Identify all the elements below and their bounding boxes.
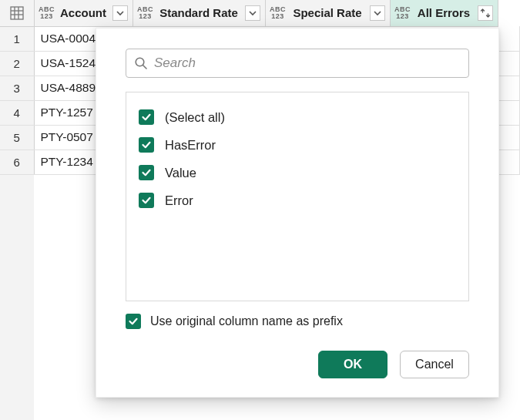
search-input[interactable] [154, 55, 461, 71]
svg-rect-0 [11, 7, 23, 19]
column-header-standard-rate[interactable]: ABC123 Standard Rate [133, 0, 265, 26]
row-index[interactable]: 3 [0, 76, 34, 100]
use-prefix-option[interactable]: Use original column name as prefix [126, 314, 469, 329]
column-options-list: (Select all) HasError Value Error [126, 92, 469, 301]
ok-button[interactable]: OK [318, 351, 387, 378]
expand-icon[interactable] [478, 5, 493, 21]
search-field-wrap[interactable] [126, 49, 469, 78]
row-gutter-blank [0, 174, 34, 420]
option-label: (Select all) [165, 110, 225, 125]
option-select-all[interactable]: (Select all) [139, 103, 456, 131]
row-index[interactable]: 4 [0, 100, 34, 125]
column-name: Account [58, 6, 109, 19]
datatype-any-icon: ABC123 [39, 6, 55, 20]
column-header-special-rate[interactable]: ABC123 Special Rate [265, 0, 390, 26]
option-error[interactable]: Error [139, 186, 456, 214]
option-label: Error [165, 193, 193, 208]
row-index[interactable]: 2 [0, 51, 34, 76]
filter-chevron-icon[interactable] [245, 5, 260, 21]
expand-column-dialog: (Select all) HasError Value Error [96, 28, 499, 398]
row-index[interactable]: 6 [0, 150, 34, 174]
row-index[interactable]: 5 [0, 125, 34, 150]
option-label: Value [165, 166, 196, 180]
option-value[interactable]: Value [139, 159, 456, 186]
checkbox-checked-icon[interactable] [139, 109, 154, 125]
filter-chevron-icon[interactable] [112, 5, 128, 21]
datatype-any-icon: ABC123 [395, 6, 411, 20]
search-icon [134, 56, 148, 70]
checkbox-checked-icon[interactable] [139, 165, 154, 180]
svg-line-6 [143, 66, 147, 69]
table-icon [10, 6, 24, 20]
checkbox-checked-icon[interactable] [126, 314, 141, 329]
column-name: Standard Rate [156, 6, 242, 19]
use-prefix-label: Use original column name as prefix [150, 314, 343, 328]
filter-chevron-icon[interactable] [370, 5, 385, 21]
option-label: HasError [165, 138, 216, 153]
column-header-account[interactable]: ABC123 Account [34, 0, 133, 26]
cancel-button[interactable]: Cancel [400, 351, 469, 378]
checkbox-checked-icon[interactable] [139, 193, 154, 208]
datatype-any-icon: ABC123 [270, 6, 286, 20]
checkbox-checked-icon[interactable] [139, 137, 154, 153]
column-name: All Errors [414, 6, 475, 19]
row-index[interactable]: 1 [0, 26, 34, 51]
datatype-any-icon: ABC123 [138, 6, 153, 20]
option-haserror[interactable]: HasError [139, 131, 456, 159]
grid-corner-cell[interactable] [0, 0, 34, 26]
column-header-all-errors[interactable]: ABC123 All Errors [390, 0, 498, 26]
column-name: Special Rate [289, 6, 367, 19]
